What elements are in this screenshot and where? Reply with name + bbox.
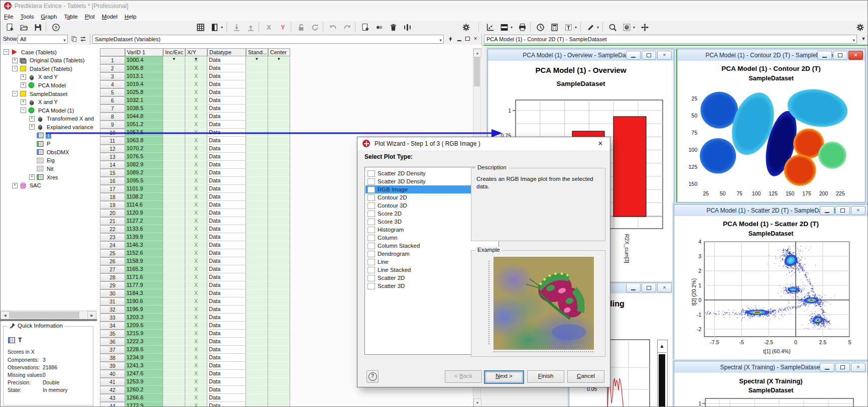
annotate-pen-icon[interactable] [584,21,596,33]
cell-datatype[interactable]: Data [207,322,246,330]
cell-standardize[interactable] [246,145,268,153]
cell-datatype[interactable]: Data [207,105,246,113]
cell-varid[interactable]: 1222.3 [125,338,163,346]
expand-icon[interactable]: + [29,124,35,130]
cell-center[interactable] [268,80,290,88]
close-icon[interactable]: × [851,363,865,372]
cell-center[interactable] [268,113,290,121]
menu-file[interactable]: File [1,13,17,21]
cell-center[interactable] [268,322,290,330]
tree-item-eig[interactable]: Eig [29,156,56,165]
cell-center[interactable] [268,394,290,402]
cell-xy[interactable]: X [185,289,207,297]
cell-incexc[interactable] [163,362,185,370]
cell-datatype[interactable]: Data [207,185,246,193]
cell-standardize[interactable] [246,177,268,185]
cell-center[interactable] [268,129,290,137]
cell-varid[interactable]: 1076.5 [125,153,163,161]
row-header[interactable]: 15 [100,169,125,177]
cell-incexc[interactable] [163,370,185,378]
cell-standardize[interactable] [246,402,268,407]
cell-datatype[interactable]: Data [207,64,246,72]
cell-varid[interactable]: 1063.8 [125,137,163,145]
cell-center[interactable] [268,257,290,265]
tree-item-label[interactable]: P [46,141,51,147]
cell-varid[interactable]: 1146.3 [125,241,163,249]
cell-incexc[interactable] [163,394,185,402]
cell-datatype[interactable]: Data [207,153,246,161]
cell-varid[interactable]: 1114.6 [125,201,163,209]
cell-datatype[interactable]: Data [207,225,246,233]
menu-table[interactable]: Table [60,13,81,21]
cell-standardize[interactable] [246,64,268,72]
cell-center[interactable] [268,121,290,129]
help-icon[interactable]: ? [50,21,62,33]
cell-varid[interactable]: 1184.3 [125,289,163,297]
cell-incexc[interactable] [163,113,185,121]
cell-standardize[interactable] [246,394,268,402]
cell-incexc[interactable] [163,338,185,346]
dialog-title-bar[interactable]: Plot Wizard - Step 1 of 3 ( RGB Image ) … [357,137,610,150]
finish-button[interactable]: Finish [527,370,564,383]
cell-varid[interactable]: 1228.6 [125,346,163,354]
row-header[interactable]: 13 [100,153,125,161]
cell-varid[interactable]: 1152.6 [125,249,163,257]
cell-incexc[interactable] [163,88,185,96]
cell-incexc[interactable] [163,169,185,177]
filter-dropdown-icon[interactable]: ▼ [172,55,176,63]
cell-xy[interactable]: X [185,249,207,257]
settings-gear-icon[interactable] [460,21,472,33]
cell-center[interactable] [268,386,290,394]
cell-standardize[interactable]: ▼ [246,56,268,64]
tree-item-label[interactable]: PCA Model (1) [37,108,75,114]
cell-center[interactable] [268,209,290,217]
cell-varid[interactable]: 1196.9 [125,306,163,314]
cell-varid[interactable]: 1241.3 [125,362,163,370]
collapse-icon[interactable]: − [12,66,18,71]
cell-standardize[interactable] [246,185,268,193]
cell-datatype[interactable]: Data [207,346,246,354]
cell-standardize[interactable] [246,209,268,217]
row-header[interactable]: 10 [100,129,125,137]
tree-item-label[interactable]: SAC [29,182,42,188]
cell-standardize[interactable] [246,338,268,346]
cell-datatype[interactable]: Data [207,273,246,281]
cell-varid[interactable]: 1139.9 [125,233,163,241]
cell-center[interactable] [268,217,290,225]
cell-incexc[interactable] [163,185,185,193]
cell-standardize[interactable] [246,314,268,322]
loading-scrollbar[interactable]: ▲ [657,340,668,407]
tree-item-label[interactable]: Nit [46,166,54,172]
minimize-icon[interactable] [820,206,834,215]
row-header[interactable]: 25 [100,249,125,257]
cell-standardize[interactable] [246,257,268,265]
cell-varid[interactable]: 1133.6 [125,225,163,233]
history-clock-icon[interactable] [534,21,546,33]
calculator-icon[interactable] [548,21,560,33]
cell-standardize[interactable] [246,129,268,137]
cell-xy[interactable]: X [185,96,207,105]
cell-incexc[interactable] [163,241,185,249]
cell-datatype[interactable]: Data [207,370,246,378]
cell-standardize[interactable] [246,297,268,306]
cell-xy[interactable]: X [185,129,207,137]
undo-icon[interactable] [327,21,339,33]
cell-center[interactable] [268,225,290,233]
chevron-down-icon[interactable]: ▾ [633,25,635,30]
expand-icon[interactable]: + [21,82,26,88]
expand-icon[interactable]: + [29,174,35,180]
row-header[interactable]: 4 [100,80,125,88]
restore-icon[interactable] [835,363,850,372]
cell-center[interactable] [268,72,290,80]
cell-xy[interactable]: X [185,72,207,80]
cell-center[interactable] [268,378,290,386]
row-header[interactable]: 44 [100,402,125,407]
cell-datatype[interactable]: Data [207,281,246,289]
cell-standardize[interactable] [246,378,268,386]
cell-incexc[interactable]: ▼ [163,56,185,64]
export-arrow-icon[interactable] [244,21,257,33]
row-header[interactable]: 23 [100,233,125,241]
expand-icon[interactable]: + [29,116,35,122]
scatter-window-titlebar[interactable]: PCA Model (1) - Scatter 2D (T) - SampleD… [674,205,867,217]
redo-icon[interactable] [341,21,353,33]
